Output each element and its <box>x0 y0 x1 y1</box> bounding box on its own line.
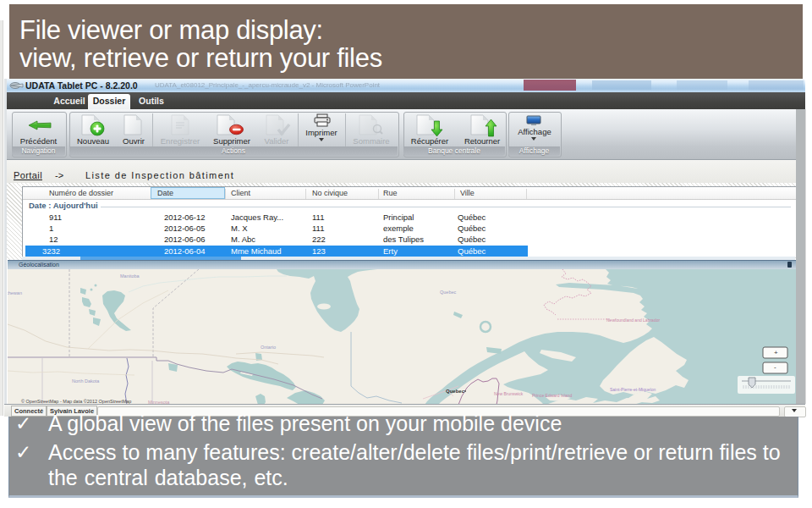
svg-text:Manitoba: Manitoba <box>120 273 140 279</box>
svg-text:-: - <box>774 363 776 371</box>
svg-text:Saint-Pierre-et-Miquelon: Saint-Pierre-et-Miquelon <box>610 387 656 392</box>
svg-text:Quebec: Quebec <box>440 290 457 295</box>
svg-text:chewan: chewan <box>8 290 22 295</box>
svg-text:Prince Edward Island: Prince Edward Island <box>532 393 572 398</box>
svg-text:Newfoundland and Labrador: Newfoundland and Labrador <box>606 318 660 323</box>
svg-text:Ontario: Ontario <box>261 345 276 350</box>
svg-text:Quebec: Quebec <box>446 389 465 394</box>
svg-text:New Brunswick: New Brunswick <box>494 391 524 396</box>
svg-text:North Dakota: North Dakota <box>72 378 100 384</box>
svg-text:+: + <box>774 349 778 356</box>
